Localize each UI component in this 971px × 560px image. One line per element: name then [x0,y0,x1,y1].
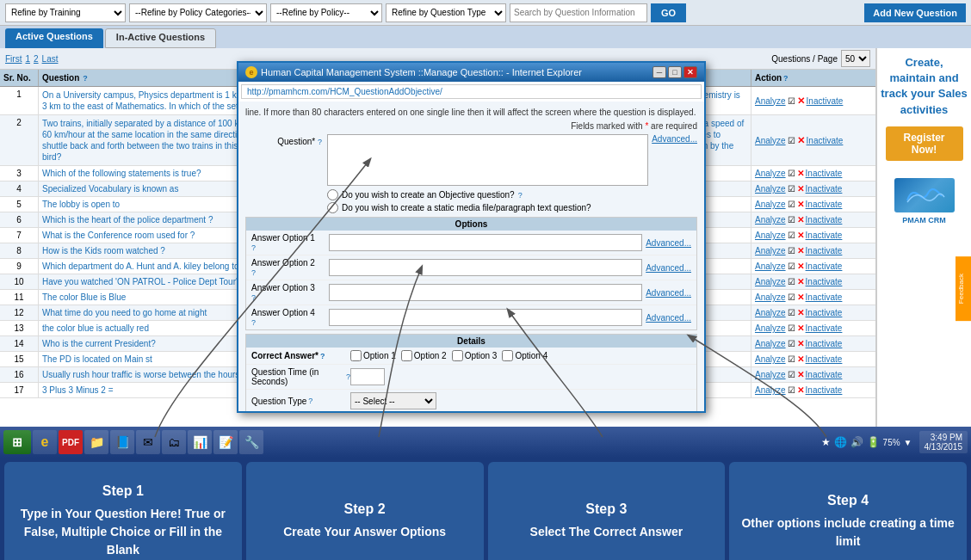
dialog-minimize-button[interactable]: ─ [652,66,666,78]
objective-radio[interactable] [327,189,338,200]
edit-checkbox[interactable]: ☑ [788,136,795,145]
row-action: Analyze ☑ ✕ Inactivate [751,87,875,114]
taskbar-app4-icon[interactable]: 🗂 [162,430,186,454]
dialog-maximize-button[interactable]: □ [668,66,682,78]
details-section-title: Details [246,335,696,348]
question-help-icon[interactable]: ? [83,74,88,83]
answer-option-3-input[interactable] [329,284,642,301]
question-field-help[interactable]: ? [318,138,322,146]
edit-checkbox[interactable]: ☑ [788,96,795,106]
question-textarea[interactable] [327,134,648,186]
taskbar-time: 3:49 PM [925,433,963,442]
action-help-icon[interactable]: ? [783,74,789,83]
taskbar-date: 4/13/2015 [925,442,963,452]
tab-bar: Active Questions In-Active Questions [0,26,971,48]
taskbar-clock: 3:49 PM 4/13/2015 [919,431,968,453]
action-header: Action ? [751,70,875,86]
correct-answer-label: Correct Answer* [251,351,319,360]
answer-option-4-advanced[interactable]: Advanced... [646,313,691,323]
step-1-title: Step 1 [102,481,144,502]
page-2-link[interactable]: 2 [34,54,39,64]
answer-option-2-input[interactable] [329,259,642,276]
option3-radio[interactable] [452,350,463,361]
step-1-description: Type in Your Question Here! True or Fals… [13,505,233,559]
question-type-select[interactable]: -- Select -- [350,392,436,409]
taskbar-zoom-label: 75% [883,438,900,447]
taskbar-ie-icon[interactable]: e [33,430,57,454]
taskbar-pdf-icon[interactable]: PDF [59,430,83,454]
taskbar-app6-icon[interactable]: 📝 [213,430,238,454]
refine-by-policy-categories-select[interactable]: --Refine by Policy Categories-- [129,3,267,22]
add-new-question-button[interactable]: Add New Question [864,3,966,22]
steps-bar: Step 1 Type in Your Question Here! True … [0,458,971,560]
question-time-input[interactable] [350,368,385,385]
per-page-select[interactable]: 50 [841,50,870,67]
answer-option-3-advanced[interactable]: Advanced... [646,288,691,298]
go-button[interactable]: GO [651,3,686,22]
taskbar-app5-icon[interactable]: 📊 [188,430,212,454]
answer-option-1-help[interactable]: ? [251,243,256,252]
correct-answer-help[interactable]: ? [320,352,325,360]
static-radio[interactable] [327,202,338,213]
taskbar-volume-icon: 🔊 [850,436,863,448]
taskbar-app1-icon[interactable]: 📁 [84,430,108,454]
step-3-box: Step 3 Select The Correct Answer [488,462,726,560]
step-4-title: Step 4 [827,490,869,511]
taskbar-app2-icon[interactable]: 📘 [110,430,134,454]
answer-option-2-help[interactable]: ? [251,268,256,277]
search-input[interactable] [510,3,647,22]
dialog-title: Human Capital Management System ::Manage… [261,67,582,77]
answer-option-2-advanced[interactable]: Advanced... [646,263,691,273]
option1-radio[interactable] [350,350,362,361]
option4-radio[interactable] [502,350,513,361]
taskbar-network-icon: 🌐 [834,436,847,448]
question-type-label: Question Type [251,397,306,406]
inactivate-link[interactable]: Inactivate [807,136,844,145]
analyze-link[interactable]: Analyze [755,96,786,106]
pmam-logo-icon [894,178,955,212]
step-1-box: Step 1 Type in Your Question Here! True … [4,462,242,560]
inactivate-link[interactable]: Inactivate [807,96,844,106]
taskbar-app3-icon[interactable]: ✉ [136,430,160,454]
table-area: First 1 2 Last Questions / Page 50 Sr. N… [0,48,876,427]
right-sidebar: Create, maintain and track your Sales ac… [876,48,971,427]
delete-button[interactable]: ✕ [797,135,805,146]
delete-button[interactable]: ✕ [797,95,805,107]
answer-option-1-input[interactable] [329,234,642,251]
answer-option-1-advanced[interactable]: Advanced... [646,238,691,248]
refine-by-question-type-select[interactable]: Refine by Question Type [386,3,506,22]
step-2-description: Create Your Answer Options [283,523,446,541]
last-page-link[interactable]: Last [42,54,59,64]
answer-option-2-label: Answer Option 2 [251,258,315,268]
dialog-url: http://pmamhcm.com/HCM_QuestionAddObject… [247,87,442,96]
pmam-label: PMAM CRM [894,216,955,225]
option2-radio[interactable] [401,350,412,361]
dialog-body: line. If more than 80 characters entered… [238,102,704,411]
page-1-link[interactable]: 1 [25,54,30,64]
dialog-notice: line. If more than 80 characters entered… [245,107,697,118]
row-action: Analyze ☑ ✕ Inactivate [751,115,875,165]
answer-option-3-label: Answer Option 3 [251,283,315,292]
objective-help-icon[interactable]: ? [518,191,523,200]
start-button[interactable]: ⊞ [3,430,31,454]
tab-active-questions[interactable]: Active Questions [5,28,103,48]
step-4-description: Other options include creating a time li… [738,514,958,551]
register-now-button[interactable]: Register Now! [886,126,963,161]
question-type-help[interactable]: ? [308,397,312,405]
refine-by-training-select[interactable]: Refine by Training [5,3,126,22]
tab-inactive-questions[interactable]: In-Active Questions [105,28,216,48]
question-advanced-link[interactable]: Advanced... [652,134,697,144]
answer-option-4-input[interactable] [329,309,642,326]
dialog-address-bar: http://pmamhcm.com/HCM_QuestionAddObject… [241,84,702,99]
taskbar-app7-icon[interactable]: 🔧 [239,430,263,454]
refine-by-policy-select[interactable]: --Refine by Policy-- [270,3,382,22]
question-field-label: Question* [277,137,315,146]
dialog-window: e Human Capital Management System ::Mana… [237,61,706,413]
first-page-link[interactable]: First [5,54,22,64]
dialog-close-button[interactable]: ✕ [683,66,697,78]
analyze-link[interactable]: Analyze [755,136,786,145]
analyze-link[interactable]: Analyze [755,169,786,178]
answer-option-3-help[interactable]: ? [251,293,256,302]
feedback-tab[interactable]: Feedback [956,256,971,321]
answer-option-4-help[interactable]: ? [251,318,256,327]
